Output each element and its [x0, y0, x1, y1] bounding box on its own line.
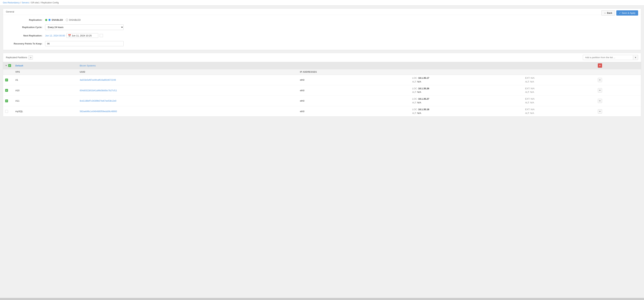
- table-row: A10 654d0322b52d41a99d3bb5bc7b27cf11 eth…: [3, 85, 641, 96]
- row-mysql-checkbox-cell: [3, 106, 13, 116]
- breadcrumb: Geo-Redundancy / Servers / GR-site1 / Re…: [0, 0, 644, 6]
- replication-disabled-radio[interactable]: [66, 19, 68, 21]
- row-a10-edit-cell: ✏: [596, 85, 641, 96]
- breadcrumb-sep-2: /: [30, 2, 30, 4]
- row-a11-ext-ip: EXT: N/AALT: N/A: [523, 96, 596, 106]
- group-chevron-down[interactable]: ▼: [5, 65, 7, 67]
- next-replication-control: Jun 12, 2024 00:00 📅 Jun 11, 2024 10:25: [45, 33, 638, 38]
- col-uuid: UUID: [78, 69, 298, 75]
- row-a1-checkbox[interactable]: [5, 79, 8, 81]
- group-delete-cell: ✕: [596, 62, 641, 69]
- general-panel-body: Replication: ENABLED DISABLED Replicatio…: [3, 15, 641, 50]
- row-a10-edit-button[interactable]: ✏: [598, 88, 602, 93]
- add-partition-input[interactable]: [583, 55, 633, 60]
- row-mysql-loc-ip: LOC: 10.1.35.18 ALT: N/A: [410, 106, 523, 116]
- recovery-points-wrap: [45, 41, 124, 46]
- add-partition-dropdown[interactable]: ▼: [583, 55, 638, 60]
- replication-disabled-option[interactable]: DISABLED: [66, 19, 81, 21]
- recovery-points-input[interactable]: [45, 41, 124, 46]
- row-a1-uuid-link[interactable]: 4a033e5ef87a44fcaf616a892d572249: [80, 79, 116, 81]
- table-row: mySQL 582aeb96c1e5464685f59eda58c48993 e…: [3, 106, 641, 116]
- row-mysql-checkbox[interactable]: [5, 110, 8, 113]
- breadcrumb-sep-1: /: [20, 2, 21, 4]
- group-name-cell: Default: [13, 62, 78, 69]
- row-a1-edit-button[interactable]: ✏: [598, 78, 602, 82]
- row-a1-edit-cell: ✏: [596, 75, 641, 85]
- row-a10-checkbox[interactable]: [5, 89, 8, 92]
- row-a1-loc-ip: LOC: 10.1.35.17 ALT: N/A: [410, 75, 523, 85]
- row-a11-checkbox[interactable]: [5, 100, 8, 102]
- table-row: A11 8cd1188df7c3430fb674e67ee53b12e0 eth…: [3, 96, 641, 106]
- breadcrumb-servers[interactable]: Servers: [22, 2, 29, 4]
- group-select-all-checkbox[interactable]: [8, 64, 11, 67]
- partitions-table: ▼ Default Bicom Systems ✕ VPS UUID: [3, 62, 641, 116]
- column-header-row: VPS UUID IP ADDRESSES: [3, 69, 641, 75]
- partitions-panel: Replicated Partitions > ▼ ▼: [3, 53, 641, 117]
- group-delete-button[interactable]: ✕: [598, 63, 602, 68]
- table-row: A1 4a033e5ef87a44fcaf616a892d572249 eth0…: [3, 75, 641, 85]
- breadcrumb-current: GR-site1 / Replication Config: [31, 2, 59, 4]
- next-replication-link[interactable]: Jun 12, 2024 00:00: [45, 34, 65, 37]
- recovery-points-label: Recovery Points To Keep:: [6, 42, 45, 45]
- row-a11-edit-button[interactable]: ✏: [598, 99, 602, 103]
- row-a10-vps: A10: [13, 85, 78, 96]
- row-a10-ext-ip: EXT: N/AALT: N/A: [523, 85, 596, 96]
- enabled-label: ENABLED: [52, 19, 63, 21]
- dropdown-chevron: ▼: [634, 57, 636, 59]
- row-a1-checkbox-cell: [3, 75, 13, 85]
- col-ip-addresses: IP ADDRESSES: [298, 69, 410, 75]
- back-button[interactable]: ← Back: [601, 10, 615, 16]
- row-a11-uuid-link[interactable]: 8cd1188df7c3430fb674e67ee53b12e0: [80, 100, 116, 102]
- calendar-icon[interactable]: 📅: [68, 34, 71, 37]
- row-a11-uuid-cell: 8cd1188df7c3430fb674e67ee53b12e0: [78, 96, 298, 106]
- breadcrumb-geo-redundancy[interactable]: Geo-Redundancy: [3, 2, 20, 4]
- row-a11-checkbox-cell: [3, 96, 13, 106]
- replication-enabled-radio[interactable]: [48, 19, 51, 21]
- row-mysql-edit-button[interactable]: ✏: [598, 109, 602, 114]
- row-mysql-uuid-cell: 582aeb96c1e5464685f59eda58c48993: [78, 106, 298, 116]
- replication-cycle-control: Every 24 hours Every 12 hours Every 6 ho…: [45, 25, 638, 30]
- replication-label: Replication:: [6, 19, 45, 21]
- general-panel-header: General: [3, 9, 641, 15]
- add-partition-dropdown-icon[interactable]: ▼: [633, 55, 638, 60]
- row-mysql-uuid-link[interactable]: 582aeb96c1e5464685f59eda58c48993: [80, 110, 117, 113]
- row-a1-ext-ip: EXT: N/AALT: N/A: [523, 75, 596, 85]
- general-title: General: [6, 10, 14, 13]
- back-label: Back: [607, 12, 612, 14]
- row-a11-interface: eth0: [298, 96, 410, 106]
- general-panel: General ← Back ✓ Save & Apply Replicatio…: [3, 9, 641, 50]
- replication-cycle-row: Replication Cycle: Every 24 hours Every …: [6, 25, 638, 30]
- group-partition: Bicom Systems: [80, 64, 96, 67]
- replication-control: ENABLED DISABLED: [45, 19, 638, 21]
- next-replication-checkbox[interactable]: [100, 34, 103, 37]
- enabled-dot: [45, 19, 47, 21]
- partitions-header: Replicated Partitions > ▼: [3, 53, 641, 62]
- row-mysql-edit-cell: ✏: [596, 106, 641, 116]
- replication-row: Replication: ENABLED DISABLED: [6, 19, 638, 21]
- recovery-points-row: Recovery Points To Keep:: [6, 41, 638, 46]
- next-replication-row: Next Replication: Jun 12, 2024 00:00 📅 J…: [6, 33, 638, 38]
- save-apply-button[interactable]: ✓ Save & Apply: [616, 10, 638, 16]
- row-a10-uuid-link[interactable]: 654d0322b52d41a99d3bb5bc7b27cf11: [80, 89, 117, 92]
- group-partition-cell: Bicom Systems: [78, 62, 596, 69]
- back-icon: ←: [604, 12, 606, 14]
- row-a10-checkbox-cell: [3, 85, 13, 96]
- row-a1-uuid-cell: 4a033e5ef87a44fcaf616a892d572249: [78, 75, 298, 85]
- toolbar: ← Back ✓ Save & Apply: [601, 10, 638, 16]
- next-replication-date-wrap: 📅 Jun 11, 2024 10:25: [66, 33, 98, 38]
- group-expand-cell: ▼: [3, 62, 13, 69]
- next-replication-date-input[interactable]: Jun 11, 2024 10:25: [72, 34, 97, 37]
- replication-cycle-select[interactable]: Every 24 hours Every 12 hours Every 6 ho…: [45, 25, 124, 30]
- group-header-row: ▼ Default Bicom Systems ✕: [3, 62, 641, 69]
- partitions-title: Replicated Partitions: [6, 56, 27, 59]
- expand-button[interactable]: >: [28, 55, 33, 60]
- row-a1-interface: eth0: [298, 75, 410, 85]
- row-mysql-ext-ip: EXT: N/AALT: N/A: [523, 106, 596, 116]
- row-mysql-interface: eth0: [298, 106, 410, 116]
- partitions-title-wrap: Replicated Partitions >: [6, 55, 33, 60]
- replication-cycle-label: Replication Cycle:: [6, 26, 45, 29]
- replication-enabled-option[interactable]: ENABLED: [45, 19, 63, 21]
- expand-icon: >: [30, 57, 31, 59]
- save-icon: ✓: [619, 12, 621, 14]
- row-a1-vps: A1: [13, 75, 78, 85]
